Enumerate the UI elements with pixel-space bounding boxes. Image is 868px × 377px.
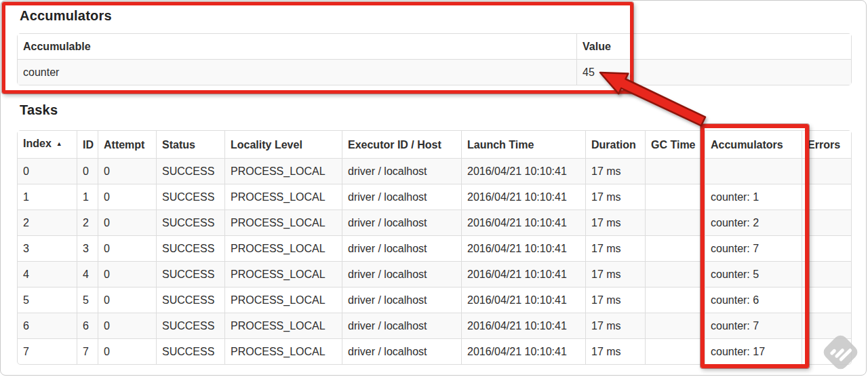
cell-status: SUCCESS <box>157 287 225 313</box>
cell-status: SUCCESS <box>157 262 225 287</box>
col-header-executor-id-host[interactable]: Executor ID / Host <box>342 131 462 159</box>
cell-attempt: 0 <box>98 287 157 313</box>
cell-gc-time <box>646 236 705 262</box>
col-header-status[interactable]: Status <box>157 131 225 159</box>
cell-locality-level: PROCESS_LOCAL <box>225 236 342 262</box>
cell-executor-id-host: driver / localhost <box>342 287 462 313</box>
cell-status: SUCCESS <box>157 313 225 339</box>
col-header-label: Locality Level <box>231 139 302 151</box>
cell-errors <box>802 184 851 210</box>
cell-locality-level: PROCESS_LOCAL <box>225 184 342 210</box>
cell-accumulators: counter: 7 <box>705 236 802 262</box>
col-header-locality-level[interactable]: Locality Level <box>225 131 342 159</box>
cell-duration: 17 ms <box>586 339 646 364</box>
col-header-duration[interactable]: Duration <box>586 131 646 159</box>
cell-value: 45 <box>577 60 851 85</box>
cell-duration: 17 ms <box>586 262 646 287</box>
cell-errors <box>802 313 851 339</box>
cell-attempt: 0 <box>98 339 157 364</box>
cell-accumulable: counter <box>18 60 577 85</box>
cell-executor-id-host: driver / localhost <box>342 262 462 287</box>
cell-duration: 17 ms <box>586 210 646 236</box>
cell-id: 6 <box>77 313 98 339</box>
cell-executor-id-host: driver / localhost <box>342 313 462 339</box>
tasks-header-row: Index▲IDAttemptStatusLocality LevelExecu… <box>18 131 851 159</box>
cell-status: SUCCESS <box>157 184 225 210</box>
cell-attempt: 0 <box>98 236 157 262</box>
cell-duration: 17 ms <box>586 313 646 339</box>
cell-gc-time <box>646 210 705 236</box>
cell-index: 7 <box>18 339 77 364</box>
cell-gc-time <box>646 159 705 184</box>
cell-locality-level: PROCESS_LOCAL <box>225 339 342 364</box>
cell-locality-level: PROCESS_LOCAL <box>225 313 342 339</box>
cell-status: SUCCESS <box>157 236 225 262</box>
cell-index: 5 <box>18 287 77 313</box>
cell-errors <box>802 210 851 236</box>
cell-launch-time: 2016/04/21 10:10:41 <box>462 262 586 287</box>
cell-executor-id-host: driver / localhost <box>342 339 462 364</box>
cell-launch-time: 2016/04/21 10:10:41 <box>462 339 586 364</box>
cell-status: SUCCESS <box>157 210 225 236</box>
accumulators-table: AccumulableValue counter45 <box>17 33 852 85</box>
cell-executor-id-host: driver / localhost <box>342 184 462 210</box>
cell-accumulators: counter: 7 <box>705 313 802 339</box>
cell-duration: 17 ms <box>586 236 646 262</box>
cell-launch-time: 2016/04/21 10:10:41 <box>462 184 586 210</box>
table-row: 000SUCCESSPROCESS_LOCALdriver / localhos… <box>18 159 851 184</box>
cell-id: 3 <box>77 236 98 262</box>
tasks-table: Index▲IDAttemptStatusLocality LevelExecu… <box>17 130 852 365</box>
col-header-accumulators[interactable]: Accumulators <box>705 131 802 159</box>
cell-attempt: 0 <box>98 159 157 184</box>
cell-attempt: 0 <box>98 210 157 236</box>
col-header-errors[interactable]: Errors <box>802 131 851 159</box>
cell-attempt: 0 <box>98 262 157 287</box>
cell-id: 0 <box>77 159 98 184</box>
col-header-attempt[interactable]: Attempt <box>98 131 157 159</box>
cell-accumulators: counter: 17 <box>705 339 802 364</box>
cell-launch-time: 2016/04/21 10:10:41 <box>462 313 586 339</box>
cell-attempt: 0 <box>98 184 157 210</box>
cell-accumulators: counter: 5 <box>705 262 802 287</box>
tasks-section-title: Tasks <box>20 102 58 118</box>
col-header-accumulable[interactable]: Accumulable <box>18 34 577 60</box>
cell-accumulators <box>705 159 802 184</box>
cell-executor-id-host: driver / localhost <box>342 159 462 184</box>
cell-id: 4 <box>77 262 98 287</box>
cell-errors <box>802 262 851 287</box>
cell-index: 6 <box>18 313 77 339</box>
cell-duration: 17 ms <box>586 287 646 313</box>
col-header-label: Errors <box>808 139 840 151</box>
cell-duration: 17 ms <box>586 184 646 210</box>
col-header-launch-time[interactable]: Launch Time <box>462 131 586 159</box>
cell-accumulators: counter: 1 <box>705 184 802 210</box>
col-header-label: Attempt <box>104 139 144 151</box>
cell-attempt: 0 <box>98 313 157 339</box>
cell-id: 7 <box>77 339 98 364</box>
col-header-label: Index <box>23 138 52 149</box>
cell-gc-time <box>646 339 705 364</box>
cell-gc-time <box>646 184 705 210</box>
col-header-gc-time[interactable]: GC Time <box>646 131 705 159</box>
cell-index: 3 <box>18 236 77 262</box>
cell-gc-time <box>646 287 705 313</box>
cell-index: 0 <box>18 159 77 184</box>
sort-ascending-icon: ▲ <box>56 140 62 147</box>
table-row: 220SUCCESSPROCESS_LOCALdriver / localhos… <box>18 210 851 236</box>
cell-status: SUCCESS <box>157 159 225 184</box>
col-header-label: ID <box>83 139 94 151</box>
col-header-label: Value <box>583 41 611 52</box>
table-row: 330SUCCESSPROCESS_LOCALdriver / localhos… <box>18 236 851 262</box>
col-header-label: Status <box>162 139 195 151</box>
col-header-value[interactable]: Value <box>577 34 851 60</box>
cell-executor-id-host: driver / localhost <box>342 210 462 236</box>
cell-duration: 17 ms <box>586 159 646 184</box>
cell-id: 1 <box>77 184 98 210</box>
cell-accumulators: counter: 2 <box>705 210 802 236</box>
col-header-index[interactable]: Index▲ <box>18 131 77 159</box>
col-header-id[interactable]: ID <box>77 131 98 159</box>
cell-executor-id-host: driver / localhost <box>342 236 462 262</box>
col-header-label: Accumulators <box>711 139 783 151</box>
cell-errors <box>802 159 851 184</box>
cell-locality-level: PROCESS_LOCAL <box>225 210 342 236</box>
